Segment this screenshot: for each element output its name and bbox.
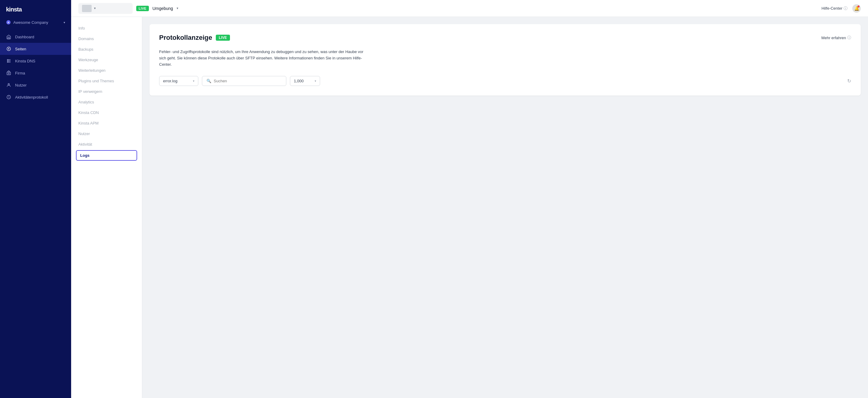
company-icon: A [6, 20, 11, 25]
sub-nav-kinsta-apm[interactable]: Kinsta APM [71, 118, 142, 128]
sidebar-item-label-kinsta-dns: Kinsta DNS [15, 59, 35, 63]
sub-nav-weiterleitungen[interactable]: Weiterleitungen [71, 65, 142, 76]
svg-point-5 [8, 48, 9, 50]
sidebar-item-label-dashboard: Dashboard [15, 35, 34, 39]
kinsta-logo: kinsta [6, 5, 30, 15]
site-thumbnail [82, 5, 92, 12]
card-title: Protokollanzeige [159, 34, 212, 41]
sidebar-item-kinsta-dns[interactable]: Kinsta DNS [0, 55, 71, 67]
logo-area: kinsta [0, 0, 71, 18]
lines-chevron: ▾ [315, 79, 316, 83]
hilfe-center-label: Hilfe-Center [822, 6, 842, 10]
sidebar-item-label-nutzer: Nutzer [15, 83, 27, 87]
notification-bell[interactable]: 🔔 [852, 4, 861, 13]
svg-text:A: A [7, 21, 9, 24]
content-area: Info Domains Backups Werkzeuge Weiterlei… [71, 17, 868, 398]
svg-point-8 [8, 84, 10, 85]
info-circle-icon: ⓘ [844, 6, 847, 11]
page-content: Protokollanzeige LIVE Mehr erfahren ⓘ Fe… [142, 17, 868, 398]
svg-rect-6 [7, 72, 10, 75]
topbar-right: Hilfe-Center ⓘ 🔔 [822, 4, 861, 13]
refresh-button[interactable]: ↻ [847, 78, 851, 84]
sub-nav-analytics[interactable]: Analytics [71, 97, 142, 108]
logs-card: Protokollanzeige LIVE Mehr erfahren ⓘ Fe… [150, 24, 861, 96]
card-title-group: Protokollanzeige LIVE [159, 34, 230, 41]
sidebar-item-label-seiten: Seiten [15, 47, 26, 51]
svg-text:kinsta: kinsta [6, 6, 22, 13]
mehr-erfahren-icon: ⓘ [847, 35, 851, 40]
live-badge-card: LIVE [216, 35, 230, 41]
company-chevron: ▾ [64, 21, 65, 24]
activity-icon [6, 94, 11, 100]
main-nav: Dashboard Seiten Kinsta DNS [0, 30, 71, 398]
hilfe-center-link[interactable]: Hilfe-Center ⓘ [822, 6, 847, 11]
home-icon [6, 34, 11, 39]
card-controls: error.log ▾ 🔍 1,000 ▾ ↻ [159, 76, 851, 86]
lines-value: 1,000 [294, 79, 304, 83]
main-area: ▾ LIVE Umgebung ▾ Hilfe-Center ⓘ 🔔 Info … [71, 0, 868, 398]
svg-rect-3 [8, 37, 10, 39]
sub-nav-plugins-themes[interactable]: Plugins und Themes [71, 76, 142, 86]
search-icon: 🔍 [207, 79, 211, 83]
site-selector-chevron: ▾ [94, 6, 96, 10]
site-selector[interactable]: ▾ [79, 3, 133, 14]
user-icon [6, 82, 11, 88]
sidebar-item-label-aktivitaet: Aktivitätenprotokoll [15, 95, 48, 99]
company-nav-icon [6, 70, 11, 76]
sidebar-item-dashboard[interactable]: Dashboard [0, 31, 71, 43]
env-chevron: ▾ [177, 6, 179, 10]
log-file-chevron: ▾ [193, 79, 194, 83]
sub-nav-backups[interactable]: Backups [71, 44, 142, 55]
sub-nav-nutzer[interactable]: Nutzer [71, 128, 142, 139]
sidebar-item-label-firma: Firma [15, 71, 25, 75]
sub-nav-aktivitaet[interactable]: Aktivität [71, 139, 142, 150]
lines-selector[interactable]: 1,000 ▾ [290, 76, 320, 86]
search-field[interactable]: 🔍 [202, 76, 286, 86]
sub-nav-domains[interactable]: Domains [71, 33, 142, 44]
card-header: Protokollanzeige LIVE Mehr erfahren ⓘ [159, 34, 851, 41]
svg-rect-7 [8, 73, 9, 74]
company-selector[interactable]: A Awesome Company ▾ [0, 18, 71, 30]
log-file-value: error.log [163, 79, 178, 83]
mehr-erfahren-label: Mehr erfahren [821, 36, 846, 40]
kinsta-wordmark: kinsta [6, 5, 30, 13]
sidebar-item-firma[interactable]: Firma [0, 67, 71, 79]
dns-icon [6, 58, 11, 64]
sidebar: kinsta A Awesome Company ▾ Dashboard [0, 0, 71, 398]
sidebar-item-aktivitaet[interactable]: Aktivitätenprotokoll [0, 91, 71, 103]
search-input[interactable] [214, 79, 282, 83]
company-name: Awesome Company [13, 20, 61, 25]
grid-icon [6, 46, 11, 52]
live-badge-topbar: LIVE [136, 6, 149, 11]
notification-dot [858, 5, 860, 7]
environment-label[interactable]: Umgebung [153, 6, 173, 11]
sidebar-item-seiten[interactable]: Seiten [0, 43, 71, 55]
topbar: ▾ LIVE Umgebung ▾ Hilfe-Center ⓘ 🔔 [71, 0, 868, 17]
card-description: Fehler- und Zugriffsprotokolle sind nütz… [159, 49, 370, 67]
sub-nav-ip-verweigern[interactable]: IP verweigern [71, 86, 142, 97]
sub-nav-kinsta-cdn[interactable]: Kinsta CDN [71, 108, 142, 118]
sub-sidebar: Info Domains Backups Werkzeuge Weiterlei… [71, 17, 142, 398]
sub-nav-logs[interactable]: Logs [76, 150, 137, 161]
sidebar-item-nutzer[interactable]: Nutzer [0, 79, 71, 91]
log-file-selector[interactable]: error.log ▾ [159, 76, 198, 86]
sub-nav-werkzeuge[interactable]: Werkzeuge [71, 55, 142, 65]
mehr-erfahren-link[interactable]: Mehr erfahren ⓘ [821, 35, 851, 40]
sub-nav-info[interactable]: Info [71, 23, 142, 33]
